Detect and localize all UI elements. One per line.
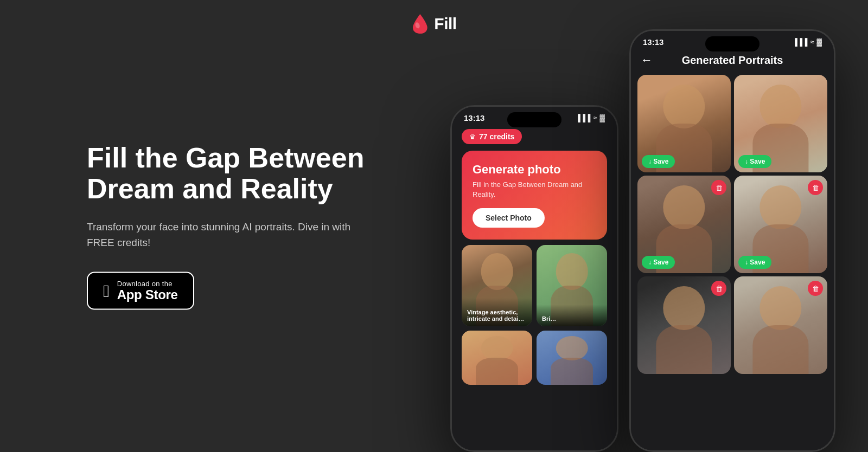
logo-text: Fill bbox=[434, 15, 456, 33]
app-store-big-label: App Store bbox=[117, 288, 178, 302]
app-store-small-label: Download on the bbox=[117, 280, 173, 288]
status-icons-1: ▐▐▐ ≈ ▓ bbox=[576, 114, 605, 122]
dynamic-island-1 bbox=[507, 112, 561, 127]
style-card-2-label: Bri… bbox=[537, 305, 607, 326]
wifi-icon-2: ≈ bbox=[810, 38, 814, 46]
portraits-grid: ↓ Save ↓ Save ↓ Save 🗑 ↓ Save 🗑 bbox=[631, 75, 834, 374]
phones-container: 13:13 ▐▐▐ ≈ ▓ ♛ 77 credits Generate phot… bbox=[407, 0, 868, 452]
logo-drop-icon bbox=[411, 13, 429, 35]
portrait-card-3[interactable]: ↓ Save 🗑 bbox=[637, 176, 731, 273]
style-card-2[interactable]: Bri… bbox=[537, 245, 607, 326]
hero-subtitle: Transform your face into stunning AI por… bbox=[87, 219, 380, 250]
back-button[interactable]: ← bbox=[641, 53, 653, 67]
delete-button-6[interactable]: 🗑 bbox=[808, 281, 823, 296]
phone-1-mockup: 13:13 ▐▐▐ ≈ ▓ ♛ 77 credits Generate phot… bbox=[450, 105, 618, 452]
delete-button-3[interactable]: 🗑 bbox=[711, 180, 726, 195]
style-card-1-label: Vintage aesthetic, intricate and detai… bbox=[462, 298, 532, 326]
battery-icon: ▓ bbox=[600, 114, 605, 122]
wifi-icon: ≈ bbox=[593, 114, 597, 122]
credits-badge[interactable]: ♛ 77 credits bbox=[462, 129, 522, 144]
portraits-title: Generated Portraits bbox=[659, 54, 806, 67]
app-store-text-wrap: Download on the App Store bbox=[117, 280, 178, 302]
hero-section: Fill the Gap Between Dream and Reality T… bbox=[87, 143, 380, 310]
style-grid: Vintage aesthetic, intricate and detai… … bbox=[462, 245, 607, 385]
dynamic-island-2 bbox=[705, 36, 760, 51]
portrait-card-1[interactable]: ↓ Save bbox=[637, 75, 731, 172]
portrait-card-4[interactable]: ↓ Save 🗑 bbox=[734, 176, 827, 273]
style-card-4[interactable] bbox=[537, 331, 607, 385]
status-icons-2: ▐▐▐ ≈ ▓ bbox=[793, 38, 822, 46]
phone-2-mockup: 13:13 ▐▐▐ ≈ ▓ ← Generated Portraits ↓ Sa… bbox=[629, 29, 835, 452]
portraits-header: ← Generated Portraits bbox=[631, 49, 834, 75]
credits-text: 77 credits bbox=[479, 132, 514, 141]
status-time-1: 13:13 bbox=[464, 113, 484, 122]
style-card-1[interactable]: Vintage aesthetic, intricate and detai… bbox=[462, 245, 532, 326]
apple-icon:  bbox=[103, 282, 110, 300]
delete-button-4[interactable]: 🗑 bbox=[808, 180, 823, 195]
status-time-2: 13:13 bbox=[643, 37, 663, 47]
phone-2-screen: 13:13 ▐▐▐ ≈ ▓ ← Generated Portraits ↓ Sa… bbox=[631, 31, 834, 450]
crown-icon: ♛ bbox=[469, 133, 476, 141]
generate-card-subtitle: Fill in the Gap Between Dream and Realit… bbox=[473, 180, 596, 199]
generate-card: Generate photo Fill in the Gap Between D… bbox=[462, 151, 607, 240]
header: Fill bbox=[411, 13, 456, 35]
save-button-2[interactable]: ↓ Save bbox=[738, 155, 771, 168]
signal-icon-2: ▐▐▐ bbox=[793, 38, 808, 46]
select-photo-button[interactable]: Select Photo bbox=[473, 208, 545, 228]
style-card-3[interactable] bbox=[462, 331, 532, 385]
portrait-card-5[interactable]: 🗑 bbox=[637, 276, 731, 374]
save-button-1[interactable]: ↓ Save bbox=[642, 155, 675, 168]
portrait-card-2[interactable]: ↓ Save bbox=[734, 75, 827, 172]
signal-icon: ▐▐▐ bbox=[576, 114, 591, 122]
battery-icon-2: ▓ bbox=[817, 38, 822, 46]
save-button-3[interactable]: ↓ Save bbox=[642, 256, 675, 269]
generate-card-title: Generate photo bbox=[473, 163, 596, 177]
delete-button-5[interactable]: 🗑 bbox=[711, 281, 726, 296]
hero-title: Fill the Gap Between Dream and Reality bbox=[87, 143, 380, 204]
save-button-4[interactable]: ↓ Save bbox=[738, 256, 771, 269]
phone-1-screen: 13:13 ▐▐▐ ≈ ▓ ♛ 77 credits Generate phot… bbox=[452, 107, 617, 450]
portrait-card-6[interactable]: 🗑 bbox=[734, 276, 827, 374]
app-store-button[interactable]:  Download on the App Store bbox=[87, 272, 194, 309]
